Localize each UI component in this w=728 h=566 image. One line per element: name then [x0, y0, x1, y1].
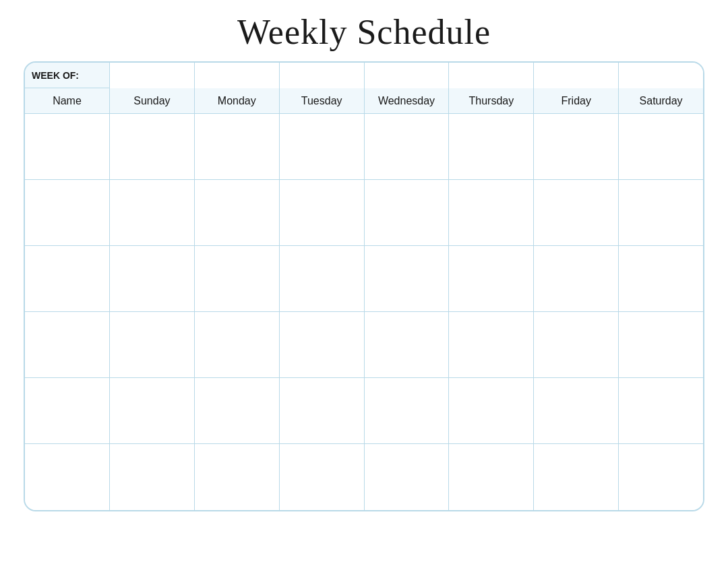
- week-of-cell-6[interactable]: [534, 63, 619, 88]
- week-of-cell-4[interactable]: [365, 63, 450, 88]
- cell-r2-sun[interactable]: [110, 180, 195, 245]
- cell-r2-mon[interactable]: [195, 180, 280, 245]
- table-row: [25, 378, 703, 444]
- week-of-cells: [110, 63, 703, 88]
- week-of-cell-2[interactable]: [195, 63, 280, 88]
- cell-r3-mon[interactable]: [195, 246, 280, 311]
- cell-r3-name[interactable]: [25, 246, 110, 311]
- cell-r2-thu[interactable]: [449, 180, 534, 245]
- cell-r4-thu[interactable]: [449, 312, 534, 377]
- cell-r3-sat[interactable]: [619, 246, 703, 311]
- cell-r4-mon[interactable]: [195, 312, 280, 377]
- cell-r4-wed[interactable]: [365, 312, 450, 377]
- table-row: [25, 312, 703, 378]
- schedule-container: WEEK OF: Name Sunday Monday Tuesday Wedn…: [24, 61, 704, 511]
- grid-body: [25, 114, 703, 510]
- header-name: Name: [25, 88, 110, 113]
- cell-r3-wed[interactable]: [365, 246, 450, 311]
- page-title: Weekly Schedule: [237, 12, 491, 52]
- header-monday: Monday: [195, 88, 280, 113]
- cell-r4-fri[interactable]: [534, 312, 619, 377]
- cell-r6-fri[interactable]: [534, 444, 619, 510]
- cell-r5-sun[interactable]: [110, 378, 195, 443]
- cell-r6-sat[interactable]: [619, 444, 703, 510]
- cell-r6-wed[interactable]: [365, 444, 450, 510]
- cell-r6-thu[interactable]: [449, 444, 534, 510]
- cell-r2-sat[interactable]: [619, 180, 703, 245]
- cell-r5-mon[interactable]: [195, 378, 280, 443]
- cell-r5-fri[interactable]: [534, 378, 619, 443]
- table-row: [25, 444, 703, 510]
- week-of-label: WEEK OF:: [25, 63, 110, 88]
- cell-r3-fri[interactable]: [534, 246, 619, 311]
- cell-r6-sun[interactable]: [110, 444, 195, 510]
- cell-r1-sun[interactable]: [110, 114, 195, 179]
- table-row: [25, 114, 703, 180]
- header-friday: Friday: [534, 88, 619, 113]
- cell-r4-sun[interactable]: [110, 312, 195, 377]
- header-wednesday: Wednesday: [365, 88, 450, 113]
- cell-r3-tue[interactable]: [280, 246, 365, 311]
- cell-r1-thu[interactable]: [449, 114, 534, 179]
- cell-r4-sat[interactable]: [619, 312, 703, 377]
- header-tuesday: Tuesday: [280, 88, 365, 113]
- cell-r4-tue[interactable]: [280, 312, 365, 377]
- cell-r5-wed[interactable]: [365, 378, 450, 443]
- cell-r2-tue[interactable]: [280, 180, 365, 245]
- cell-r1-tue[interactable]: [280, 114, 365, 179]
- cell-r1-wed[interactable]: [365, 114, 450, 179]
- cell-r5-tue[interactable]: [280, 378, 365, 443]
- cell-r5-thu[interactable]: [449, 378, 534, 443]
- cell-r1-name[interactable]: [25, 114, 110, 179]
- cell-r5-name[interactable]: [25, 378, 110, 443]
- week-of-row: WEEK OF:: [25, 63, 703, 88]
- header-row: Name Sunday Monday Tuesday Wednesday Thu…: [25, 88, 703, 114]
- cell-r1-fri[interactable]: [534, 114, 619, 179]
- cell-r5-sat[interactable]: [619, 378, 703, 443]
- cell-r2-wed[interactable]: [365, 180, 450, 245]
- cell-r6-mon[interactable]: [195, 444, 280, 510]
- cell-r6-tue[interactable]: [280, 444, 365, 510]
- cell-r2-name[interactable]: [25, 180, 110, 245]
- header-thursday: Thursday: [449, 88, 534, 113]
- table-row: [25, 180, 703, 246]
- cell-r1-mon[interactable]: [195, 114, 280, 179]
- cell-r3-sun[interactable]: [110, 246, 195, 311]
- cell-r4-name[interactable]: [25, 312, 110, 377]
- week-of-cell-7[interactable]: [619, 63, 703, 88]
- header-sunday: Sunday: [110, 88, 195, 113]
- cell-r6-name[interactable]: [25, 444, 110, 510]
- cell-r1-sat[interactable]: [619, 114, 703, 179]
- cell-r2-fri[interactable]: [534, 180, 619, 245]
- cell-r3-thu[interactable]: [449, 246, 534, 311]
- week-of-cell-3[interactable]: [280, 63, 365, 88]
- week-of-cell-5[interactable]: [449, 63, 534, 88]
- week-of-cell-1[interactable]: [110, 63, 195, 88]
- table-row: [25, 246, 703, 312]
- header-saturday: Saturday: [619, 88, 703, 113]
